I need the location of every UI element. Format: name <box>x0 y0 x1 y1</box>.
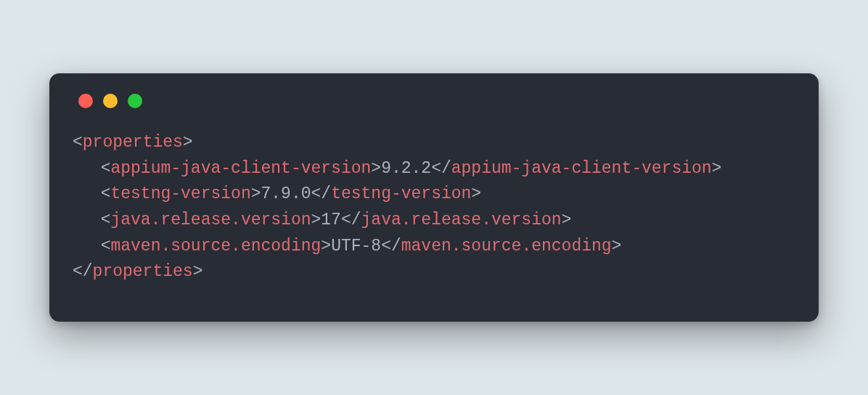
prop2-open: java.release.version <box>110 211 311 229</box>
prop0-close: appium-java-client-version <box>451 159 712 178</box>
prop3-value: UTF-8 <box>331 237 381 256</box>
angle-open-close: </ <box>73 262 93 281</box>
code-window: <properties> <appium-java-client-version… <box>49 73 819 322</box>
prop0-open: appium-java-client-version <box>110 159 371 178</box>
close-icon[interactable] <box>78 94 93 108</box>
prop2-value: 17 <box>321 211 341 229</box>
root-open-tag: properties <box>83 133 183 152</box>
angle-open: < <box>73 133 83 152</box>
prop2-close: java.release.version <box>361 211 562 229</box>
zoom-icon[interactable] <box>128 94 142 108</box>
code-block: <properties> <appium-java-client-version… <box>73 130 795 285</box>
prop0-value: 9.2.2 <box>381 159 431 178</box>
angle-close: > <box>183 133 193 152</box>
prop3-open: maven.source.encoding <box>110 237 321 256</box>
prop1-close: testng-version <box>331 184 471 203</box>
prop1-value: 7.9.0 <box>261 184 311 203</box>
angle-close-close: > <box>193 262 203 281</box>
root-close-tag: properties <box>93 262 193 281</box>
traffic-lights <box>73 94 795 108</box>
minimize-icon[interactable] <box>103 94 118 108</box>
prop1-open: testng-version <box>110 184 250 203</box>
prop3-close: maven.source.encoding <box>401 237 612 256</box>
